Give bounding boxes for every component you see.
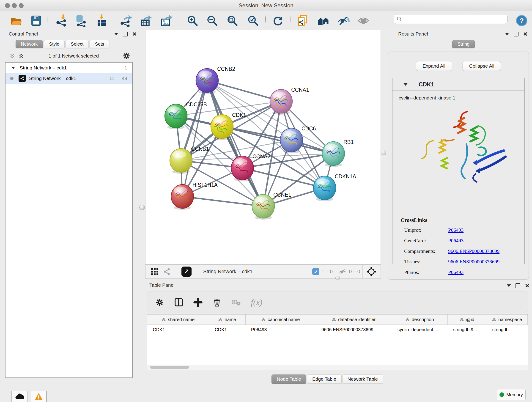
zoom-fit-icon	[226, 15, 238, 27]
refresh-button[interactable]	[270, 13, 285, 28]
expand-all-button[interactable]: Expand All	[416, 61, 452, 71]
import-network-button[interactable]	[55, 13, 70, 28]
selected-checkbox-icon[interactable]	[312, 268, 319, 275]
network-list: String Network – cdk1 1 String Network –…	[5, 62, 133, 378]
network-snapshot-button[interactable]	[296, 13, 311, 28]
import-table-button[interactable]	[94, 13, 109, 28]
cloud-button[interactable]	[12, 391, 28, 402]
zoom-selected-button[interactable]	[245, 13, 260, 28]
show-all-networks-button[interactable]	[316, 13, 331, 28]
zoom-out-button[interactable]	[205, 13, 220, 28]
expand-collapse-bar: Expand All Collapse All	[392, 56, 525, 76]
export-network-button[interactable]	[119, 13, 134, 28]
maximize-panel-icon[interactable]	[515, 283, 520, 288]
gear-icon[interactable]	[123, 52, 130, 60]
close-panel-icon[interactable]: ✕	[132, 32, 137, 36]
edge-CCNA2-CDKN1A[interactable]	[242, 168, 325, 188]
node-label-CCNA2: CCNA2	[253, 153, 270, 160]
tab-select[interactable]: Select	[65, 40, 89, 48]
node-CDC6[interactable]: CDC6	[280, 126, 316, 153]
crosshair-icon[interactable]	[366, 267, 376, 277]
memory-button[interactable]: Memory	[497, 389, 526, 400]
column-header-name[interactable]: name	[209, 314, 246, 325]
fit-content-button[interactable]	[225, 13, 240, 28]
warnings-button[interactable]	[31, 391, 47, 402]
column-type-icon	[332, 318, 336, 322]
results-tab-string[interactable]: String	[452, 40, 475, 48]
tab-network[interactable]: Network	[16, 40, 43, 48]
table-gear-icon[interactable]	[155, 298, 164, 307]
tab-style[interactable]: Style	[44, 40, 64, 48]
edge-HIST1H1A-CCNE1[interactable]	[182, 196, 263, 206]
hide-labels-button[interactable]	[336, 13, 351, 28]
birdseye-view-button[interactable]	[181, 267, 191, 277]
grid-view-icon[interactable]	[151, 268, 159, 276]
maximize-panel-icon[interactable]	[514, 32, 519, 36]
collapse-all-button[interactable]: Collapse All	[462, 61, 501, 71]
crosslink-link[interactable]: P06493	[448, 238, 463, 244]
node-CCNE1[interactable]: CCNE1	[252, 192, 291, 220]
node-table[interactable]: shared namenamecanonical namedatabase id…	[147, 314, 528, 370]
node-CDKN1A[interactable]: CDKN1A	[313, 173, 356, 201]
tab-edge-table[interactable]: Edge Table	[307, 375, 342, 384]
node-RB1[interactable]: RB1	[322, 139, 354, 167]
open-session-button[interactable]	[8, 13, 24, 28]
cytoscape-window: Session: New Session	[0, 0, 532, 402]
scrollbar-thumb[interactable]	[150, 366, 189, 369]
expand-all-icon[interactable]	[18, 52, 25, 59]
left-splitter-handle[interactable]	[139, 205, 145, 210]
show-columns-icon[interactable]	[174, 298, 184, 307]
node-label-RB1: RB1	[343, 139, 354, 145]
horizontal-scrollbar[interactable]	[147, 365, 528, 370]
close-panel-icon[interactable]: ✕	[523, 32, 528, 36]
network-collection-row[interactable]: String Network – cdk1 1	[6, 63, 132, 73]
zoom-in-button[interactable]	[185, 13, 200, 28]
close-panel-icon[interactable]: ✕	[525, 284, 530, 288]
collapse-all-icon[interactable]	[9, 52, 16, 59]
column-header-shared-name[interactable]: shared name	[147, 314, 209, 325]
float-panel-icon[interactable]	[507, 284, 511, 287]
crosslink-link[interactable]: P06493	[448, 227, 463, 233]
network-view-panel: CCNB2CCNA1CDC25BCDK1CDC6RB1CCNB1CCNA2CDK…	[145, 30, 381, 279]
column-header--id[interactable]: @id	[448, 314, 487, 325]
import-network-from-database-button[interactable]	[74, 13, 89, 28]
float-panel-icon[interactable]	[505, 33, 509, 35]
add-column-icon[interactable]	[193, 298, 203, 307]
column-header-description[interactable]: description	[392, 314, 448, 325]
warning-icon	[34, 393, 43, 400]
tab-sets[interactable]: Sets	[89, 40, 109, 48]
node-CDC25B[interactable]: CDC25B	[165, 102, 207, 129]
share-view-icon[interactable]	[163, 268, 171, 275]
tab-node-table[interactable]: Node Table	[272, 375, 306, 384]
save-session-button[interactable]	[29, 13, 44, 28]
right-splitter-handle[interactable]	[381, 150, 386, 155]
column-header-namespace[interactable]: namespace	[487, 314, 528, 325]
tab-network-table[interactable]: Network Table	[342, 375, 383, 384]
show-graphics-details-button[interactable]	[356, 13, 371, 28]
crosslink-link[interactable]: 9606.ENSP00000378699	[448, 248, 500, 254]
node-CDK1[interactable]: CDK1	[211, 112, 246, 140]
export-table-button[interactable]	[138, 13, 153, 28]
node-CCNB2[interactable]: CCNB2	[196, 66, 235, 94]
collection-expander-icon[interactable]	[12, 67, 15, 69]
export-image-button[interactable]	[159, 13, 174, 28]
float-panel-icon[interactable]	[114, 33, 118, 35]
main-toolbar: ?	[0, 11, 532, 30]
table-row[interactable]: CDK1CDK1P064939606.ENSP00000378699cyclin…	[147, 325, 528, 334]
edge-CCNB2-HIST1H1A[interactable]	[182, 80, 207, 196]
network-canvas[interactable]: CCNB2CCNA1CDC25BCDK1CDC6RB1CCNB1CCNA2CDK…	[145, 30, 381, 264]
crosslink-link[interactable]: P06493	[448, 269, 463, 275]
network-row-selected[interactable]: String Network – cdk1 11 48	[6, 73, 132, 84]
column-header-canonical-name[interactable]: canonical name	[246, 314, 316, 325]
delete-column-icon[interactable]	[212, 298, 222, 307]
crosslink-link[interactable]: 9606.ENSP00000378699	[448, 259, 500, 265]
search-input[interactable]	[404, 16, 507, 22]
help-button[interactable]: ?	[514, 13, 529, 28]
horizontal-splitter-handle[interactable]	[336, 276, 340, 280]
maximize-panel-icon[interactable]	[123, 32, 128, 36]
protein-expander-icon[interactable]	[404, 83, 408, 86]
protein-header-row[interactable]: CDK1	[393, 78, 525, 90]
column-header-database-identifier[interactable]: database identifier	[316, 314, 392, 325]
crosslink-label: Tissues:	[404, 259, 420, 265]
node-HIST1H1A[interactable]: HIST1H1A	[171, 182, 218, 210]
